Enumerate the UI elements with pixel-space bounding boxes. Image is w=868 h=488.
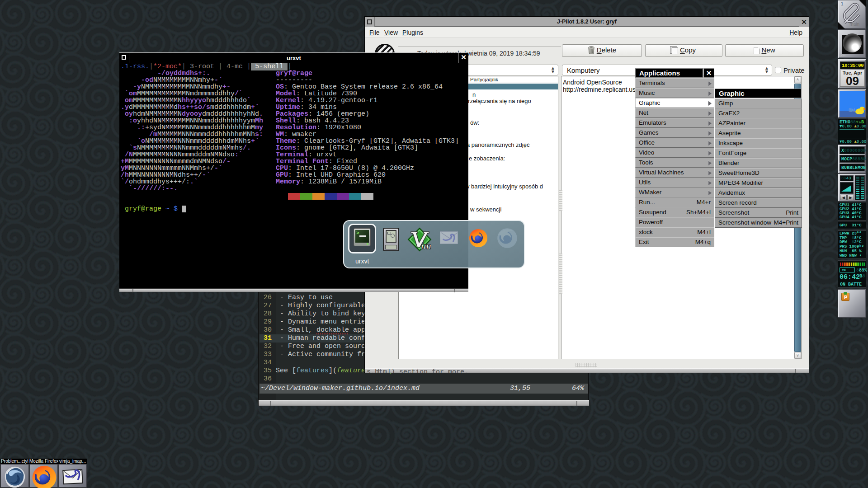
svg-text:im: im	[421, 240, 431, 251]
